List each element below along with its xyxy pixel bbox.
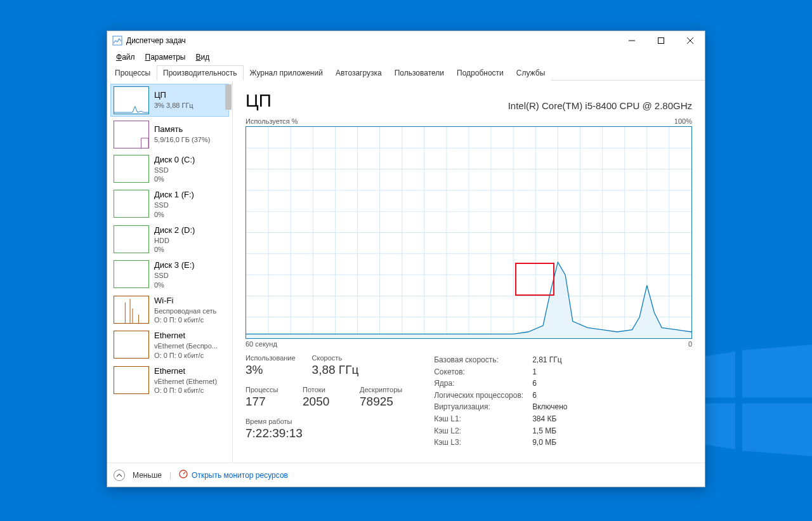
app-icon xyxy=(112,36,122,46)
footer-bar: Меньше | Открыть монитор ресурсов xyxy=(107,463,705,487)
tab-performance[interactable]: Производительность xyxy=(157,65,243,81)
sidebar-item-sub1: HDD xyxy=(154,236,195,245)
sidebar-item-память[interactable]: Память5,9/16,0 ГБ (37%) xyxy=(111,119,228,150)
sidebar-item-sub2: О: 0 П: 0 кбит/с xyxy=(154,315,216,324)
window-title: Диспетчер задач xyxy=(126,36,186,45)
chart-xleft: 60 секунд xyxy=(246,340,277,348)
sidebar-thumb xyxy=(114,331,149,359)
annotation-highlight xyxy=(515,263,554,296)
detail-row: Кэш L2:1,5 МБ xyxy=(434,425,567,437)
sidebar-item-диск-3-e-[interactable]: Диск 3 (E:)SSD0% xyxy=(111,258,228,291)
detail-row: Базовая скорость:2,81 ГГц xyxy=(434,354,567,366)
sidebar-thumb xyxy=(114,260,149,288)
cpu-model: Intel(R) Core(TM) i5-8400 CPU @ 2.80GHz xyxy=(508,100,692,111)
sidebar-item-title: Диск 3 (E:) xyxy=(154,260,195,271)
menu-view[interactable]: Вид xyxy=(190,51,214,63)
sidebar-item-title: Память xyxy=(154,124,210,135)
sidebar-item-диск-2-d-[interactable]: Диск 2 (D:)HDD0% xyxy=(111,223,228,256)
sidebar-item-sub1: 5,9/16,0 ГБ (37%) xyxy=(154,135,210,144)
chart-ylabel: Используется % xyxy=(246,117,298,125)
menubar: Файл Параметры Вид xyxy=(107,50,705,64)
sidebar-thumb xyxy=(114,190,149,218)
stat-uptime: Время работы 7:22:39:13 xyxy=(246,418,402,440)
sidebar-item-title: Wi-Fi xyxy=(154,296,216,307)
sidebar-thumb xyxy=(114,366,149,394)
svg-line-43 xyxy=(183,472,185,474)
detail-row: Сокетов:1 xyxy=(434,366,567,378)
cpu-usage-chart[interactable] xyxy=(246,126,692,339)
detail-row: Логических процессоров:6 xyxy=(434,390,567,402)
sidebar-item-sub1: 3% 3,88 ГГц xyxy=(154,101,193,110)
titlebar: Диспетчер задач xyxy=(107,31,705,50)
sidebar-item-sub1: Беспроводная сеть xyxy=(154,307,216,315)
chart-xright: 0 xyxy=(688,340,692,348)
sidebar-item-sub1: vEthernet (Беспро... xyxy=(154,341,218,350)
sidebar-thumb xyxy=(114,155,149,183)
sidebar-item-title: Диск 0 (C:) xyxy=(154,155,195,166)
sidebar-scrollbar[interactable] xyxy=(225,84,232,110)
sidebar-item-ethernet[interactable]: EthernetvEthernet (Беспро...О: 0 П: 0 кб… xyxy=(111,329,228,361)
svg-marker-3 xyxy=(742,403,812,456)
detail-row: Кэш L3:9,0 МБ xyxy=(434,437,567,449)
tab-details[interactable]: Подробности xyxy=(450,65,510,81)
cpu-details-list: Базовая скорость:2,81 ГГцСокетов:1Ядра:6… xyxy=(434,354,567,449)
collapse-icon[interactable] xyxy=(114,470,125,481)
tab-users[interactable]: Пользователи xyxy=(388,65,450,81)
close-button[interactable] xyxy=(676,31,705,50)
tab-services[interactable]: Службы xyxy=(510,65,551,81)
resource-sidebar: ЦП3% 3,88 ГГцПамять5,9/16,0 ГБ (37%)Диск… xyxy=(107,81,233,463)
sidebar-thumb xyxy=(114,296,149,324)
sidebar-item-sub1: SSD xyxy=(154,271,195,280)
svg-rect-6 xyxy=(658,38,664,44)
sidebar-thumb xyxy=(114,225,149,253)
detail-row: Ядра:6 xyxy=(434,378,567,390)
sidebar-thumb xyxy=(114,121,149,148)
sidebar-item-sub2: 0% xyxy=(154,210,194,219)
sidebar-item-sub2: О: 0 П: 0 кбит/с xyxy=(154,351,218,360)
sidebar-item-sub2: О: 0 П: 0 кбит/с xyxy=(154,386,217,395)
sidebar-item-title: Диск 2 (D:) xyxy=(154,225,195,236)
tab-processes[interactable]: Процессы xyxy=(108,65,157,81)
sidebar-item-sub1: vEthernet (Ethernet) xyxy=(154,377,217,386)
minimize-button[interactable] xyxy=(617,31,646,50)
sidebar-item-sub1: SSD xyxy=(154,166,195,175)
tab-startup[interactable]: Автозагрузка xyxy=(329,65,388,81)
content-area: ЦП3% 3,88 ГГцПамять5,9/16,0 ГБ (37%)Диск… xyxy=(107,81,705,463)
open-resource-monitor-link[interactable]: Открыть монитор ресурсов xyxy=(179,470,288,480)
sidebar-item-ethernet[interactable]: EthernetvEthernet (Ethernet)О: 0 П: 0 кб… xyxy=(111,364,228,397)
stat-speed: Скорость 3,88 ГГц xyxy=(312,354,359,377)
detail-row: Виртуализация:Включено xyxy=(434,401,567,413)
maximize-button[interactable] xyxy=(646,31,676,50)
stat-processes: Процессы 177 xyxy=(246,386,286,409)
sidebar-item-диск-0-c-[interactable]: Диск 0 (C:)SSD0% xyxy=(111,153,228,185)
menu-file[interactable]: Файл xyxy=(111,51,140,63)
stat-utilization: Использование 3% xyxy=(246,354,296,377)
tab-bar: Процессы Производительность Журнал прило… xyxy=(107,64,705,81)
chart-ymax: 100% xyxy=(674,117,692,125)
sidebar-item-title: Диск 1 (F:) xyxy=(154,190,194,201)
sidebar-item-sub2: 0% xyxy=(154,280,195,289)
menu-options[interactable]: Параметры xyxy=(140,51,191,63)
fewer-details-link[interactable]: Меньше xyxy=(133,471,162,480)
sidebar-item-диск-1-f-[interactable]: Диск 1 (F:)SSD0% xyxy=(111,188,228,220)
sidebar-item-title: Ethernet xyxy=(154,366,217,377)
sidebar-item-sub1: SSD xyxy=(154,201,194,209)
sidebar-item-sub2: 0% xyxy=(154,245,195,254)
task-manager-window: Диспетчер задач Файл Параметры Вид Проце… xyxy=(107,30,705,487)
cpu-panel: ЦП Intel(R) Core(TM) i5-8400 CPU @ 2.80G… xyxy=(233,81,705,463)
stat-threads: Потоки 2050 xyxy=(303,386,343,409)
stat-handles: Дескрипторы 78925 xyxy=(360,386,402,409)
svg-marker-1 xyxy=(742,345,812,398)
tab-app-history[interactable]: Журнал приложений xyxy=(244,65,329,81)
sidebar-item-wi-fi[interactable]: Wi-FiБеспроводная сетьО: 0 П: 0 кбит/с xyxy=(111,294,228,326)
sidebar-item-title: ЦП xyxy=(154,90,193,101)
sidebar-item-цп[interactable]: ЦП3% 3,88 ГГц xyxy=(111,84,228,116)
resource-monitor-icon xyxy=(179,470,188,480)
sidebar-item-sub2: 0% xyxy=(154,175,195,183)
page-title: ЦП xyxy=(246,91,272,111)
sidebar-thumb xyxy=(114,86,149,114)
sidebar-item-title: Ethernet xyxy=(154,331,218,341)
detail-row: Кэш L1:384 КБ xyxy=(434,413,567,425)
